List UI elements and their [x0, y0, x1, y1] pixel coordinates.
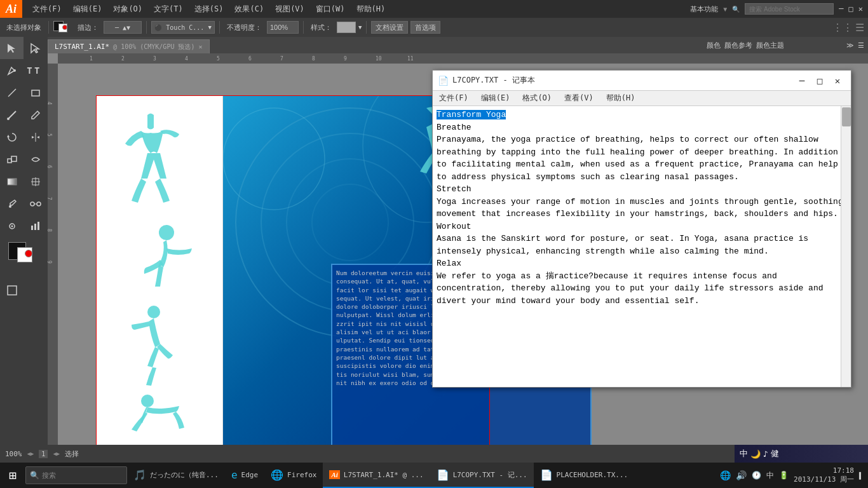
menu-text[interactable]: 文字(T) [149, 1, 188, 17]
ime-kana[interactable]: ♪ [763, 449, 768, 459]
color-reference-tab[interactable]: 颜色参考 [724, 41, 752, 50]
preferences-button[interactable]: 首选项 [410, 21, 440, 34]
notepad-selected-title: Transform Yoga [437, 110, 506, 119]
paintbrush-tool[interactable] [0, 104, 24, 126]
network-icon[interactable]: 🌐 [720, 470, 731, 480]
ime-taskbar[interactable]: 中 [766, 470, 774, 481]
music-app-label: だったのに（纯音... [150, 470, 219, 480]
style-swatch[interactable] [337, 22, 356, 33]
show-desktop-button[interactable]: ▌ [859, 472, 863, 479]
np-menu-help[interactable]: 帮助(H) [600, 92, 642, 105]
taskbar-app-firefox[interactable]: 🌐 Firefox [264, 463, 323, 488]
workspace-dropdown[interactable]: 基本功能 [690, 4, 718, 14]
notepad-scrollbar[interactable] [841, 106, 851, 387]
svg-point-46 [159, 225, 174, 240]
max-button[interactable]: □ [849, 4, 853, 13]
stroke-controls[interactable]: ─ ▲▼ [104, 21, 142, 34]
panel-options[interactable]: ≫ [846, 41, 854, 50]
notepad-maximize-button[interactable]: □ [811, 72, 828, 89]
np-menu-file[interactable]: 文件(F) [433, 92, 475, 105]
np-menu-view[interactable]: 查看(V) [558, 92, 600, 105]
type-tool[interactable]: T T [24, 59, 47, 81]
toolbar-separator-2 [146, 21, 147, 34]
menu-help[interactable]: 帮助(H) [351, 1, 391, 17]
scale-tool[interactable] [0, 148, 24, 170]
style-dropdown-arrow[interactable]: ▼ [358, 24, 362, 30]
menu-effect[interactable]: 效果(C) [229, 1, 269, 17]
stroke-label: 描边： [75, 22, 101, 34]
eyedropper-tool[interactable] [0, 193, 24, 215]
pen-tool[interactable] [0, 59, 24, 81]
stock-search-input[interactable] [745, 3, 834, 15]
artboard[interactable]: Num doloreetum vercin euisit la facipit … [96, 95, 490, 464]
doc-tab-close[interactable]: ✕ [198, 43, 202, 50]
firefox-app-icon: 🌐 [271, 469, 283, 481]
notepad-content-area[interactable]: Transform Yoga Breathe Pranayama, the yo… [433, 106, 851, 387]
column-graph-tool[interactable] [24, 215, 47, 237]
menu-view[interactable]: 视图(V) [270, 1, 309, 17]
notepad-title: L7COPY.TXT - 记事本 [452, 75, 794, 86]
np-menu-format[interactable]: 格式(O) [516, 92, 558, 105]
gradient-tool[interactable] [0, 170, 24, 193]
notepad-body-3: Asana is the Sanskirt word for posture, … [437, 234, 808, 256]
speaker-icon[interactable]: 🔊 [736, 470, 747, 480]
doc-settings-button[interactable]: 文档设置 [371, 21, 408, 34]
taskbar-app-music[interactable]: 🎵 だったのに（纯音... [127, 463, 225, 488]
panel-menu-icon[interactable]: ☰ [858, 41, 864, 50]
document-tab-active[interactable]: L7START_1.AI* @ 100% (CMYK/GPU 预选) ✕ [48, 39, 210, 53]
menu-window[interactable]: 窗口(W) [311, 1, 350, 17]
color-theme-tab[interactable]: 颜色主题 [756, 41, 784, 50]
color-indicator-extra [25, 250, 32, 257]
svg-point-48 [141, 395, 154, 407]
svg-text:5: 5 [217, 56, 220, 62]
taskbar-search-area[interactable]: 🔍 搜索 [25, 466, 127, 484]
svg-point-19 [37, 202, 41, 206]
notepad-minimize-button[interactable]: ─ [794, 72, 810, 89]
zoom-value[interactable]: 100% [5, 450, 22, 458]
min-button[interactable]: ─ [839, 4, 843, 13]
close-button[interactable]: ✕ [858, 4, 863, 13]
direct-selection-tool[interactable] [24, 37, 47, 59]
notepad-close-button[interactable]: ✕ [829, 72, 846, 89]
svg-text:9: 9 [344, 56, 347, 62]
touch-dropdown[interactable]: ⚫ Touch C... ▼ [151, 21, 215, 34]
menu-edit[interactable]: 编辑(E) [68, 1, 107, 17]
toolbar-menu[interactable]: ☰ [855, 22, 864, 34]
screen-mode-tool[interactable] [0, 279, 24, 301]
svg-rect-5 [32, 90, 39, 96]
shape-tool[interactable] [24, 81, 47, 104]
battery-icon[interactable]: 🔋 [779, 471, 789, 480]
warp-tool[interactable] [24, 148, 47, 170]
svg-rect-24 [34, 224, 36, 230]
rotate-tool[interactable] [0, 126, 24, 148]
left-tools-panel: T T [0, 37, 48, 470]
menu-object[interactable]: 对象(O) [108, 1, 147, 17]
symbol-tool[interactable] [0, 215, 24, 237]
fill-stroke-indicator[interactable] [53, 21, 72, 34]
reflect-tool[interactable] [24, 126, 47, 148]
stroke-value[interactable]: ─ ▲▼ [104, 21, 142, 34]
blend-tool[interactable] [24, 193, 47, 215]
line-tool[interactable] [0, 81, 24, 104]
svg-text:T: T [34, 65, 39, 76]
selection-tool[interactable] [0, 37, 24, 59]
menu-select[interactable]: 选择(S) [189, 1, 229, 17]
taskbar-app-notepad1[interactable]: 📄 L7COPY.TXT - 记... [430, 463, 534, 488]
svg-point-47 [147, 306, 160, 318]
pencil-tool[interactable] [24, 104, 47, 126]
tool-row-5 [0, 126, 48, 148]
start-button[interactable]: ⊞ [0, 463, 25, 488]
toolbar-overflow[interactable]: ⋮⋮ [832, 22, 853, 34]
color-tab[interactable]: 颜色 [707, 41, 721, 50]
taskbar-app-edge[interactable]: e Edge [225, 463, 264, 488]
notepad2-app-icon: 📄 [540, 469, 553, 481]
ime-chinese[interactable]: 中 [740, 448, 748, 459]
menu-file[interactable]: 文件(F) [27, 1, 67, 17]
ime-bar: 中 🌙 ♪ 健 [735, 445, 868, 463]
mesh-tool[interactable] [24, 170, 47, 193]
taskbar-app-illustrator[interactable]: Ai L7START_1.AI* @ ... [323, 463, 430, 488]
taskbar-app-notepad2[interactable]: 📄 PLACEHOLDER.TX... [534, 463, 635, 488]
np-menu-edit[interactable]: 编辑(E) [475, 92, 517, 105]
opacity-input[interactable] [267, 21, 299, 34]
scrollbar-thumb[interactable] [842, 107, 851, 126]
